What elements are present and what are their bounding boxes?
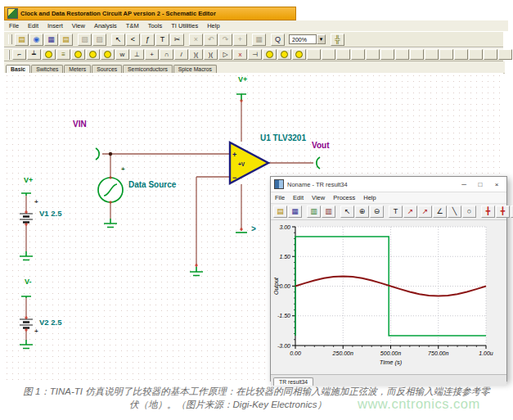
zoom-dropdown-arrow[interactable]: ▼	[317, 34, 326, 44]
tab-meters[interactable]: Meters	[64, 65, 91, 73]
transformer-icon[interactable]: )(	[189, 49, 203, 60]
supply-label-vplus-top[interactable]: V+	[238, 76, 247, 84]
measure-icon[interactable]: ∠	[433, 205, 447, 218]
rotate-right-icon[interactable]: ↷	[218, 34, 232, 46]
tab-spice-macros[interactable]: Spice Macros	[173, 65, 217, 73]
menu-ti-utilities[interactable]: TI Utilities	[171, 22, 198, 29]
tab-basic[interactable]: Basic	[6, 65, 30, 73]
delete-icon[interactable]: ×	[189, 34, 203, 46]
net-label-vout[interactable]: Vout	[312, 142, 329, 150]
titlebar[interactable]: Clock and Data Restoration Circuit AP ve…	[4, 7, 296, 20]
menu-edit[interactable]: Edit	[28, 22, 38, 29]
text-tool-icon[interactable]: T	[389, 205, 403, 218]
minimize-button[interactable]: ─	[457, 179, 470, 190]
battery-icon[interactable]: ≡	[56, 49, 70, 60]
supply-label-vplus-left[interactable]: V+	[24, 177, 33, 184]
voltmeter-icon[interactable]	[263, 49, 277, 60]
select-tool-icon[interactable]: ↖	[111, 34, 125, 46]
probe-b-icon[interactable]: ↗	[418, 205, 432, 218]
toolbar-drag-handle[interactable]	[8, 34, 12, 44]
ammeter-icon[interactable]	[277, 49, 291, 60]
ground-symbols[interactable]	[20, 219, 203, 349]
copy-page-icon[interactable]: ▥	[307, 205, 321, 218]
current-source-icon[interactable]	[71, 49, 85, 60]
diode-icon[interactable]: ▷	[218, 49, 232, 60]
rotate-left-icon[interactable]: ↶	[204, 34, 218, 46]
opamp-u1[interactable]: + − +V	[230, 142, 268, 183]
supply-jumpers[interactable]	[21, 94, 247, 298]
tr-menu-help[interactable]: Help	[363, 194, 376, 201]
menu-help[interactable]: Help	[207, 22, 219, 29]
tr-menu-process[interactable]: Process	[333, 194, 355, 201]
copy-icon[interactable]: ▧	[78, 34, 92, 46]
voltage-source-icon[interactable]	[42, 49, 56, 60]
text-tool-icon[interactable]: T	[155, 34, 169, 46]
inductor-icon[interactable]: ∩	[160, 49, 173, 60]
data-source-label[interactable]: Data Source	[128, 181, 176, 189]
v1-value-label[interactable]: V1 2.5	[39, 210, 61, 218]
tab-switches[interactable]: Switches	[31, 65, 63, 73]
opamp-ref-label[interactable]: U1 TLV3201	[260, 134, 306, 142]
current-generator-icon[interactable]	[101, 49, 115, 60]
meter-icon[interactable]	[292, 49, 306, 60]
net-label-vin[interactable]: VIN	[73, 120, 87, 129]
tr-titlebar[interactable]: Noname - TR result34 ─ □ ×	[271, 177, 506, 192]
battery-v2[interactable]	[20, 319, 33, 328]
voltage-generator-icon[interactable]	[86, 49, 100, 60]
wire-tool-icon[interactable]: <	[126, 34, 140, 46]
cut-tool-icon[interactable]: ✂	[170, 34, 184, 46]
menu-t-m[interactable]: T&M	[126, 22, 139, 29]
circle-tool-icon[interactable]: ○	[462, 205, 476, 218]
select-cursor-icon[interactable]: ↖	[340, 205, 354, 218]
zoom-tool-icon[interactable]: Q	[271, 34, 285, 46]
potentiometer-icon[interactable]: ⊥	[130, 49, 144, 60]
tab-semiconductors[interactable]: Semiconductors	[123, 65, 173, 73]
toolbar-drag-handle[interactable]	[8, 50, 10, 60]
y-axis-icon[interactable]: ╋	[496, 205, 510, 218]
ground-icon[interactable]: ┷	[27, 49, 41, 60]
vin-connector[interactable]	[96, 148, 99, 160]
menu-tools[interactable]: Tools	[148, 22, 163, 29]
open-file-icon[interactable]: ▤	[15, 34, 29, 46]
pen-tool-icon[interactable]: ƒ	[141, 34, 155, 46]
tr-menu-edit[interactable]: Edit	[293, 194, 304, 201]
tr-menu-file[interactable]: File	[275, 194, 285, 201]
logic-pin-icon[interactable]: ⊣	[248, 49, 262, 60]
zoom-value[interactable]: 200%	[289, 34, 317, 44]
coupled-inductor-icon[interactable]: )(	[204, 49, 218, 60]
wire-icon[interactable]: ⌐	[12, 49, 26, 60]
open-file-icon[interactable]: ▤	[273, 205, 287, 218]
zoom-out-icon[interactable]: ⊖	[370, 205, 384, 218]
paste-icon[interactable]: ▨	[92, 34, 106, 46]
paste-page-icon[interactable]: ▥	[322, 205, 335, 218]
zoom-combo[interactable]: 200% ▼	[289, 34, 326, 45]
save-icon[interactable]: ▦	[288, 205, 302, 218]
menu-analysis[interactable]: Analysis	[94, 22, 117, 29]
grid-icon[interactable]: ▦	[252, 34, 266, 46]
save-icon[interactable]: ▦	[44, 34, 58, 46]
capacitor-icon[interactable]: +	[145, 49, 159, 60]
resistor-icon[interactable]: w	[115, 49, 129, 60]
transistor-icon[interactable]: x	[233, 49, 247, 60]
x-axis-icon[interactable]: ╋	[481, 205, 495, 218]
zoom-in-icon[interactable]: ⊕	[355, 205, 369, 218]
menu-view[interactable]: View	[72, 22, 85, 29]
vout-connector[interactable]	[317, 157, 320, 169]
v2-value-label[interactable]: V2 2.5	[39, 318, 61, 327]
web-load-icon[interactable]: ◉	[29, 34, 43, 46]
menu-file[interactable]: File	[9, 22, 19, 29]
menu-insert[interactable]: Insert	[47, 22, 63, 29]
close-button[interactable]: ×	[490, 179, 503, 190]
vminus-pin-marker[interactable]: >	[251, 225, 256, 233]
supply-label-vminus-left[interactable]: V-	[25, 278, 32, 286]
export-folder-icon[interactable]: ▤	[59, 34, 73, 46]
plot-panel[interactable]: 3.001.500.00-1.50-3.000.00250.00n500.00n…	[271, 220, 506, 374]
mirror-icon[interactable]: +	[233, 34, 247, 46]
maximize-button[interactable]: □	[474, 179, 487, 190]
switch-icon[interactable]: /	[174, 49, 188, 60]
macro-pin-icon[interactable]: ╬	[331, 34, 344, 46]
data-source-symbol[interactable]	[98, 178, 123, 202]
probe-a-icon[interactable]: ↗	[403, 205, 417, 218]
battery-v1[interactable]	[20, 214, 33, 223]
tr-menu-view[interactable]: View	[312, 194, 325, 201]
